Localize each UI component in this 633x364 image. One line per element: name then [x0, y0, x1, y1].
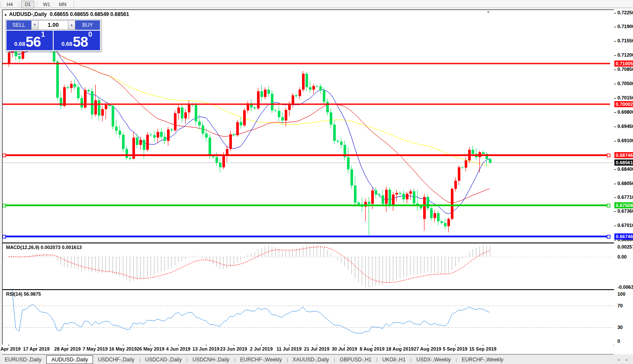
date-axis-label: 16 May 2019	[109, 346, 137, 351]
price-axis-tick	[614, 127, 616, 127]
timeframe-button-mn[interactable]: MN	[55, 1, 70, 8]
date-axis-label: 18 Aug 2019	[386, 346, 414, 351]
chart-tab-usdx-weekly[interactable]: USDX-,Weekly	[411, 356, 456, 364]
price-axis-label: 0.69100	[617, 138, 633, 144]
date-axis-label: 23 Jun 2019	[220, 346, 247, 351]
sell-price-panel[interactable]: 0.68 56 1	[6, 31, 53, 50]
macd-label: MACD(12,26,9) 0.002073 0.001613	[6, 245, 82, 250]
timeframe-button-w1[interactable]: W1	[39, 1, 54, 8]
buy-button[interactable]: BUY	[75, 20, 100, 30]
tab-scroll-left-icon[interactable]: ◂	[617, 358, 622, 362]
date-axis-tick	[36, 345, 37, 346]
buy-price-small: 0.68	[61, 41, 72, 47]
price-axis-tick	[614, 211, 616, 212]
date-axis-tick	[455, 345, 456, 346]
date-axis-label: 17 Apr 2019	[23, 346, 49, 351]
rsi-axis-label: 0	[617, 338, 620, 344]
price-axis-label: 0.71200	[617, 52, 633, 58]
volume-input[interactable]: 1.00	[39, 20, 68, 30]
date-axis-tick	[372, 345, 373, 346]
date-axis-tick	[67, 345, 68, 346]
volume-decrease-button[interactable]: ▼	[31, 20, 39, 30]
date-axis-label: 21 Jul 2019	[304, 346, 330, 351]
date-axis-label: 2 Jul 2019	[250, 346, 273, 351]
price-axis-tick	[614, 141, 616, 141]
date-axis-tick	[317, 345, 317, 346]
line-price-badge: 0.67508	[614, 202, 633, 208]
date-axis-tick	[483, 345, 483, 346]
line-price-badge: 0.70002	[614, 101, 633, 107]
date-axis-tick	[427, 345, 428, 346]
tab-scroll-right-icon[interactable]: ▸	[626, 358, 630, 362]
date-axis-label: 8 Aug 2019	[360, 346, 385, 351]
timeframe-button-h4[interactable]: H4	[3, 1, 16, 8]
chart-tab-xauusd-daily[interactable]: XAUUSD-,Daily	[288, 356, 334, 364]
sell-price-sup: 1	[41, 32, 45, 38]
price-axis-tick	[614, 13, 616, 13]
price-axis-tick	[614, 198, 616, 198]
toolbar-divider	[74, 1, 74, 7]
macd-indicator-panel: MACD(12,26,9) 0.002073 0.001613	[2, 243, 614, 290]
chart-tab-eurusd-daily[interactable]: EURUSD-,Daily	[0, 356, 46, 364]
rsi-indicator-panel: RSI(14) 56.9875	[2, 290, 614, 345]
chart-shift-marker-icon[interactable]: ▼	[486, 10, 490, 14]
price-axis-label: 0.67010	[617, 223, 633, 228]
chart-tab-usdcnh-daily[interactable]: USDCNH-,Daily	[188, 356, 234, 364]
price-axis-label: 0.67710	[617, 195, 633, 200]
date-axis-tick	[178, 345, 179, 346]
buy-price-panel[interactable]: 0.68 58 0	[54, 31, 100, 50]
tab-scroll-arrows[interactable]: ◂ ▸	[617, 358, 630, 362]
price-axis-tick	[614, 184, 616, 184]
price-axis-label: 0.68050	[617, 181, 633, 186]
date-axis-tick	[123, 345, 123, 346]
macd-axis-label: 0.00	[617, 254, 627, 260]
price-axis[interactable]: 0.722500.719000.715500.712000.708500.705…	[614, 10, 633, 354]
price-axis-tick	[614, 169, 616, 170]
price-axis-tick	[614, 55, 616, 56]
sell-button[interactable]: SELL	[6, 20, 31, 30]
price-axis-label: 0.72250	[617, 10, 633, 16]
date-axis-label: 28 Apr 2019	[54, 346, 80, 351]
chart-tab-eurchf-weekly[interactable]: EURCHF-,Weekly	[457, 356, 508, 364]
date-axis-label: 26 May 2019	[137, 346, 164, 351]
chart-tab-bar: EURUSD-,DailyAUDUSD-,DailyUSDCHF-,Daily|…	[0, 355, 633, 364]
toolbar-divider	[37, 2, 37, 7]
timeframe-button-d1[interactable]: D1	[21, 1, 34, 8]
date-axis-tick	[95, 345, 96, 346]
date-axis-tick	[344, 345, 345, 346]
toolbar-divider	[19, 2, 19, 7]
chart-tab-usdcad-daily[interactable]: USDCAD-,Daily	[140, 356, 186, 364]
price-axis-label: 0.70150	[617, 95, 633, 101]
collapse-trade-panel-icon[interactable]: ▲	[4, 13, 7, 16]
line-price-badge: 0.68746	[614, 152, 633, 158]
buy-price-big: 58	[73, 35, 88, 49]
line-price-badge: 0.71005	[614, 61, 633, 67]
chart-tab-eurchf-weekly[interactable]: EURCHF-,Weekly	[235, 356, 286, 364]
price-axis-tick	[614, 84, 616, 84]
rsi-axis-label: 30	[617, 325, 623, 330]
price-axis-tick	[614, 112, 616, 113]
sell-price-small: 0.68	[14, 41, 25, 47]
macd-canvas[interactable]	[3, 243, 613, 288]
date-axis-label: 30 Jul 2019	[332, 346, 357, 351]
volume-increase-button[interactable]: ▲	[68, 20, 75, 30]
price-axis-tick	[614, 240, 616, 240]
chart-tab-ukoil-h1[interactable]: UKOil-,H1	[377, 356, 410, 364]
rsi-label: RSI(14) 56.9875	[6, 291, 41, 297]
price-axis-tick	[614, 41, 616, 42]
chart-tab-usdchf-daily[interactable]: USDCHF-,Daily	[93, 356, 139, 364]
date-axis-label: 8 Apr 2019	[0, 346, 21, 351]
date-axis-label: 27 Aug 2019	[414, 346, 441, 351]
date-axis-tick	[234, 345, 234, 346]
date-axis-label: 7 May 2019	[83, 346, 108, 351]
price-axis-label: 0.69800	[617, 109, 633, 115]
date-axis[interactable]: 8 Apr 201917 Apr 201928 Apr 20197 May 20…	[2, 345, 614, 354]
chart-tab-gbpusd-h1[interactable]: GBPUSD-,H1	[335, 356, 376, 364]
price-axis-tick	[614, 27, 616, 27]
price-axis-label: 0.71550	[617, 38, 633, 44]
rsi-canvas[interactable]	[3, 290, 613, 344]
rsi-axis-label: 70	[617, 303, 623, 309]
chart-title: ▲AUDUSD-,Daily 0.68655 0.68655 0.68549 0…	[4, 11, 129, 17]
chart-tab-audusd-daily[interactable]: AUDUSD-,Daily	[46, 355, 93, 364]
price-axis-tick	[614, 70, 616, 70]
